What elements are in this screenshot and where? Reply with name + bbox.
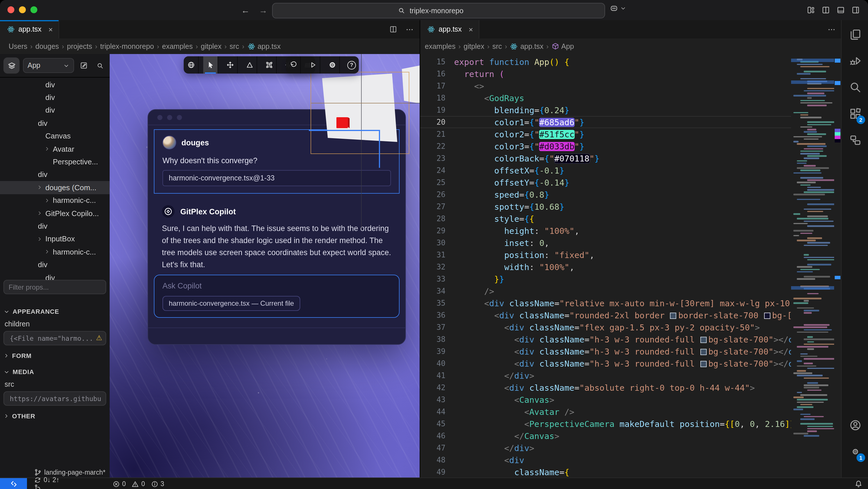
gear-tool-button[interactable] [325, 56, 340, 74]
command-center-search[interactable] [272, 3, 605, 19]
close-window-button[interactable] [7, 6, 14, 13]
chevron-right-icon[interactable] [37, 185, 42, 191]
code-line[interactable]: 25 offsetY={-0.14} [420, 176, 791, 189]
zoom-window-button[interactable] [30, 6, 37, 13]
code-line[interactable]: 16 return ( [420, 68, 791, 80]
diagnostics-status[interactable]: 003 [113, 480, 167, 488]
close-tab-icon[interactable]: × [49, 25, 53, 34]
code-line[interactable]: 26 speed={0.8} [420, 189, 791, 201]
status-item[interactable]: landing-page-march* [34, 468, 105, 476]
tree-item[interactable]: div [0, 168, 110, 181]
play-tool-button[interactable] [305, 56, 320, 74]
chevron-right-icon[interactable] [44, 146, 50, 152]
minimap[interactable] [791, 54, 834, 478]
chevron-right-sm-icon[interactable] [3, 413, 9, 419]
tree-item[interactable]: harmonic-c... [0, 194, 110, 207]
breadcrumb-item[interactable]: app.tsx [510, 42, 544, 50]
tab-app-tsx-right[interactable]: app.tsx × [420, 20, 479, 38]
chevron-down-sm-icon[interactable] [3, 308, 10, 315]
toggle-secondary-sidebar-icon[interactable] [851, 6, 860, 15]
tree-item[interactable]: div [0, 220, 110, 233]
extensions-activity-button[interactable]: 2 [842, 100, 868, 127]
breadcrumb-item[interactable]: gitplex [464, 42, 484, 50]
chevron-down-sm-icon[interactable] [3, 369, 10, 375]
code-line[interactable]: 47 </div> [420, 442, 791, 454]
breadcrumb-item[interactable]: douges [35, 42, 59, 50]
search-side-activity-button[interactable] [842, 74, 868, 100]
code-line[interactable]: 27 spotty={10.68} [420, 201, 791, 212]
copilot-menu[interactable] [610, 4, 626, 12]
globe-tool-button[interactable] [184, 56, 198, 74]
breadcrumb-item[interactable]: Users [9, 42, 27, 50]
tree-item[interactable]: div [0, 104, 110, 117]
breadcrumb-item[interactable]: projects [67, 42, 92, 50]
edit-component-button[interactable] [78, 59, 90, 72]
account-activity-button[interactable] [842, 412, 868, 438]
code-line[interactable]: 48 <div [420, 454, 791, 466]
code-line[interactable]: 41 </div> [420, 370, 791, 381]
split-editor-icon[interactable] [389, 25, 397, 33]
code-line[interactable]: 40 <div className="h-3 w-3 rounded-full … [420, 357, 791, 370]
tree-item[interactable]: div [0, 78, 110, 91]
code-line[interactable]: 19 blending={0.24} [420, 104, 791, 116]
code-line[interactable]: 18 <GodRays [420, 92, 791, 104]
tree-item[interactable]: InputBox [0, 232, 110, 246]
section-header-form[interactable]: FORM [3, 349, 106, 363]
component-select[interactable]: App [23, 58, 74, 73]
chevron-right-icon[interactable] [44, 197, 50, 203]
section-header-other[interactable]: OTHER [3, 409, 106, 423]
section-header-media[interactable]: MEDIA [3, 365, 106, 379]
color-swatch[interactable] [670, 312, 677, 319]
code-line[interactable]: 43 <Canvas> [420, 394, 791, 406]
code-line[interactable]: 30 inset: 0, [420, 237, 791, 249]
scrollbar-strip[interactable] [834, 54, 842, 478]
help-tool-button[interactable]: ? [344, 56, 359, 74]
code-line[interactable]: 46 </Canvas> [420, 430, 791, 442]
code-line[interactable]: 38 <div className="h-3 w-3 rounded-full … [420, 333, 791, 345]
code-line[interactable]: 21 color2={"#51f5cc"} [420, 128, 791, 140]
breadcrumb-item[interactable]: gitplex [201, 42, 222, 50]
chevron-right-icon[interactable] [37, 236, 42, 242]
section-header-appearance[interactable]: APPEARANCE [3, 305, 106, 318]
references-activity-button[interactable] [842, 127, 868, 153]
undo-tool-button[interactable] [286, 56, 301, 74]
scene-viewport[interactable]: douges Why doesn't this converge? harmon… [110, 54, 420, 478]
code-editor[interactable]: 15export function App() {16 return (17 <… [420, 54, 842, 478]
status-item[interactable] [34, 484, 105, 489]
tree-item[interactable]: div [0, 117, 110, 130]
color-swatch[interactable] [701, 348, 707, 355]
code-line[interactable]: 49 className={ [420, 466, 791, 478]
code-line[interactable]: 36 <div className="rounded-2xl border bo… [420, 309, 791, 321]
prop-input-children[interactable] [3, 331, 106, 345]
notifications-button[interactable] [854, 478, 863, 489]
breadcrumb-item[interactable]: triplex-monorepo [100, 42, 154, 50]
color-swatch[interactable] [764, 312, 770, 319]
cone-tool-button[interactable] [242, 56, 257, 74]
more-actions-icon[interactable] [405, 25, 414, 34]
code-line[interactable]: 32 width: "100%", [420, 261, 791, 273]
code-line[interactable]: 24 offsetX={-0.1} [420, 164, 791, 176]
breadcrumb-item[interactable]: examples [425, 42, 456, 50]
tree-item[interactable]: douges (Com... [0, 181, 110, 194]
files-activity-button[interactable] [842, 21, 868, 48]
cursor-tool-button[interactable] [203, 56, 218, 74]
breadcrumb-item[interactable]: App [551, 42, 574, 50]
status-item[interactable]: 0↓ 2↑ [34, 476, 105, 484]
code-line[interactable]: 23 colorBack={"#070118"} [420, 152, 791, 164]
code-line[interactable]: 29 height: "100%", [420, 225, 791, 237]
color-swatch[interactable] [701, 337, 707, 343]
code-line[interactable]: 17 <> [420, 80, 791, 92]
current-file-chip[interactable]: harmonic-convergence.tsx — Current file [162, 296, 300, 311]
code-line[interactable]: 15export function App() { [420, 56, 791, 68]
search-components-button[interactable] [94, 59, 106, 72]
code-line[interactable]: 33 }} [420, 273, 791, 285]
breadcrumb-item[interactable]: app.tsx [247, 42, 281, 50]
code-line[interactable]: 45 <PerspectiveCamera makeDefault positi… [420, 418, 791, 430]
tab-app-tsx-left[interactable]: app.tsx × [0, 20, 59, 38]
file-reference-chip[interactable]: harmonic-convergence.tsx@1-33 [162, 170, 391, 186]
breadcrumb-item[interactable]: src [229, 42, 239, 50]
tree-item[interactable]: Canvas [0, 130, 110, 143]
layers-button[interactable] [3, 57, 20, 74]
transform-tool-button[interactable] [262, 56, 277, 74]
breadcrumb-item[interactable]: examples [162, 42, 193, 50]
